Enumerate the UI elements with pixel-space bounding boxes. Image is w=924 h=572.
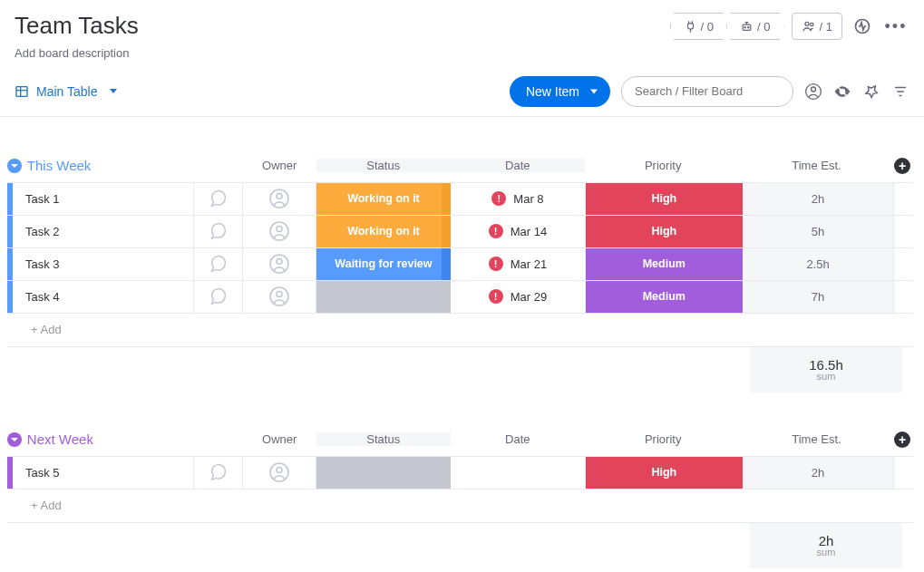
status-fold-accent — [442, 216, 451, 247]
date-text: Mar 29 — [511, 290, 547, 304]
hide-button[interactable] — [833, 82, 851, 101]
status-cell[interactable]: Waiting for review — [316, 248, 451, 280]
chat-icon — [208, 189, 228, 208]
time-sum-cell: 16.5hsum — [750, 347, 902, 393]
deadline-alert-icon — [489, 257, 503, 271]
date-text: Mar 21 — [511, 257, 547, 271]
board-title[interactable]: Team Tasks — [15, 13, 139, 39]
row-end — [893, 281, 913, 313]
column-header-status[interactable]: Status — [316, 432, 451, 446]
time-cell[interactable]: 7h — [743, 281, 893, 313]
new-item-button[interactable]: New Item — [510, 76, 610, 107]
view-name: Main Table — [36, 84, 97, 99]
owner-cell[interactable] — [243, 216, 316, 247]
date-text: Mar 8 — [513, 192, 543, 206]
pin-button[interactable] — [862, 82, 880, 101]
activity-icon — [853, 17, 871, 35]
owner-cell[interactable] — [243, 183, 316, 215]
person-filter-button[interactable] — [804, 82, 822, 101]
members-button[interactable]: / 1 — [792, 13, 842, 40]
status-cell[interactable] — [316, 457, 451, 489]
view-selector[interactable]: Main Table — [15, 84, 117, 99]
deadline-alert-icon — [491, 191, 506, 206]
chat-button[interactable] — [194, 216, 242, 247]
chat-icon — [208, 221, 228, 241]
column-header-owner[interactable]: Owner — [243, 432, 316, 446]
date-cell[interactable]: Mar 21 — [451, 248, 585, 280]
column-header-date[interactable]: Date — [451, 159, 585, 172]
status-cell[interactable] — [316, 281, 451, 313]
item-name-cell[interactable]: Task 3 — [13, 248, 194, 280]
table-row[interactable]: Task 2Working on itMar 14High5h — [7, 216, 913, 248]
status-cell[interactable]: Working on it — [316, 216, 451, 247]
group-collapse-toggle[interactable] — [7, 159, 22, 173]
priority-cell[interactable]: High — [586, 183, 743, 215]
svg-point-18 — [277, 468, 282, 473]
column-header-status[interactable]: Status — [316, 159, 451, 172]
group-title[interactable]: Next Week — [27, 431, 243, 447]
add-column-button[interactable]: + — [894, 158, 910, 174]
more-icon: ••• — [885, 17, 908, 36]
date-text: Mar 14 — [511, 225, 547, 238]
priority-cell[interactable]: Medium — [586, 248, 743, 280]
priority-cell[interactable]: High — [586, 457, 743, 489]
automations-button[interactable]: / 0 — [726, 13, 783, 40]
time-cell[interactable]: 2.5h — [743, 248, 893, 280]
status-fold-accent — [442, 248, 451, 280]
pin-icon — [863, 83, 880, 100]
item-name-cell[interactable]: Task 2 — [13, 216, 194, 247]
chat-button[interactable] — [194, 248, 242, 280]
time-sum-label: sum — [817, 371, 836, 382]
row-end — [893, 216, 913, 247]
deadline-alert-icon — [489, 224, 503, 238]
item-name-cell[interactable]: Task 5 — [13, 457, 194, 489]
search-input[interactable] — [621, 76, 793, 107]
column-header-time[interactable]: Time Est. — [742, 159, 892, 172]
owner-cell[interactable] — [243, 281, 316, 313]
row-end — [893, 248, 913, 280]
item-name-cell[interactable]: Task 4 — [13, 281, 194, 313]
item-name-cell[interactable]: Task 1 — [13, 183, 194, 215]
chat-button[interactable] — [194, 183, 242, 215]
column-header-priority[interactable]: Priority — [585, 159, 742, 172]
column-header-date[interactable]: Date — [451, 432, 585, 446]
group-title[interactable]: This Week — [27, 158, 243, 173]
add-column-button[interactable]: + — [894, 431, 910, 448]
board-description[interactable]: Add board description — [15, 46, 139, 60]
add-item-row[interactable]: + Add — [7, 490, 913, 522]
status-cell[interactable]: Working on it — [316, 183, 451, 215]
add-item-row[interactable]: + Add — [7, 314, 913, 346]
table-row[interactable]: Task 4Mar 29Medium7h — [7, 281, 913, 314]
time-cell[interactable]: 5h — [743, 216, 893, 247]
chat-button[interactable] — [194, 457, 242, 489]
svg-point-14 — [277, 259, 282, 265]
date-cell[interactable] — [451, 457, 585, 489]
table-row[interactable]: Task 3Waiting for reviewMar 21Medium2.5h — [7, 248, 913, 281]
time-cell[interactable]: 2h — [743, 457, 893, 489]
filter-button[interactable] — [891, 82, 909, 101]
priority-cell[interactable]: Medium — [586, 281, 743, 313]
column-header-owner[interactable]: Owner — [243, 159, 316, 172]
group-collapse-toggle[interactable] — [7, 432, 22, 447]
date-cell[interactable]: Mar 29 — [451, 281, 585, 313]
deadline-alert-icon — [489, 289, 503, 304]
owner-cell[interactable] — [243, 248, 316, 280]
svg-point-16 — [277, 292, 282, 297]
time-cell[interactable]: 2h — [743, 183, 893, 215]
svg-rect-6 — [16, 86, 27, 96]
priority-cell[interactable]: High — [586, 216, 743, 247]
time-sum-label: sum — [817, 547, 836, 557]
person-placeholder-icon — [268, 286, 290, 307]
owner-cell[interactable] — [243, 457, 316, 489]
table-row[interactable]: Task 1Working on itMar 8High2h — [7, 183, 913, 216]
column-header-priority[interactable]: Priority — [585, 432, 742, 446]
date-cell[interactable]: Mar 14 — [451, 216, 585, 247]
integrations-button[interactable]: / 0 — [670, 13, 727, 40]
more-menu-button[interactable]: ••• — [882, 13, 909, 40]
date-cell[interactable]: Mar 8 — [451, 183, 585, 215]
activity-button[interactable] — [850, 13, 875, 40]
people-icon — [802, 19, 816, 34]
chat-button[interactable] — [194, 281, 242, 313]
column-header-time[interactable]: Time Est. — [742, 432, 892, 446]
table-row[interactable]: Task 5High2h — [7, 457, 913, 490]
